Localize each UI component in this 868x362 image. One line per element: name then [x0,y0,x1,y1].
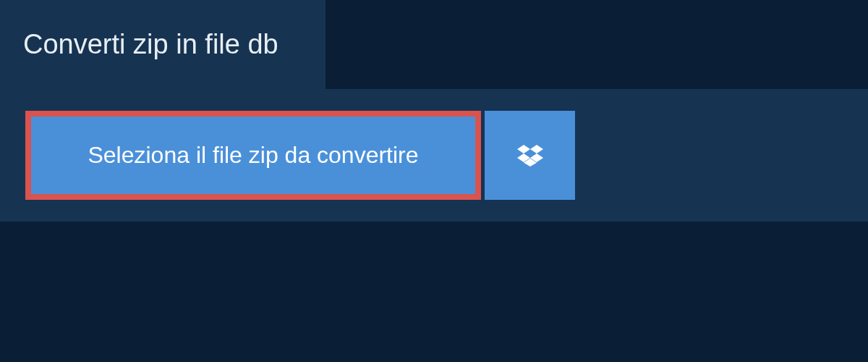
select-file-button[interactable]: Seleziona il file zip da convertire [25,111,481,200]
dropbox-icon [517,143,543,169]
button-group: Seleziona il file zip da convertire [25,111,575,200]
content-panel: Seleziona il file zip da convertire [0,89,868,222]
dropbox-button[interactable] [485,111,575,200]
select-file-label: Seleziona il file zip da convertire [88,142,418,169]
page-title: Converti zip in file db [0,0,326,89]
